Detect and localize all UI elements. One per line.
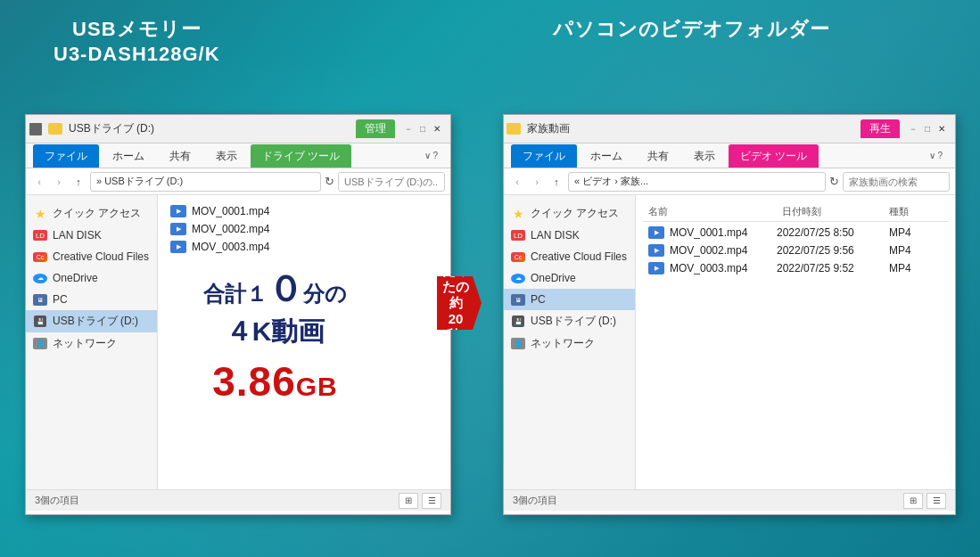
left-tab-view[interactable]: 表示 (204, 144, 249, 168)
left-explorer-window: USBドライブ (D:) 管理 － □ ✕ ファイル ホーム 共有 表示 ドライ… (25, 114, 451, 515)
left-window-title: USBドライブ (D:) (69, 121, 356, 136)
right-creative-cloud-icon: Cc (511, 250, 525, 264)
right-tab-view[interactable]: 表示 (682, 144, 727, 168)
left-explorer-body: ★ クイック アクセス LD LAN DISK Cc Creative Clou… (26, 195, 450, 489)
left-view-list[interactable]: ☰ (422, 493, 441, 509)
left-nav-quick-access[interactable]: ★ クイック アクセス (26, 202, 157, 225)
right-forward-btn[interactable]: › (529, 174, 545, 190)
right-onedrive-icon: ☁ (511, 271, 525, 285)
right-nav-creative-cloud-label: Creative Cloud Files (531, 250, 627, 263)
left-nav-creative-cloud[interactable]: Cc Creative Cloud Files (26, 246, 157, 267)
left-file-item-1[interactable]: ▶ MOV_0001.mp4 (165, 202, 443, 220)
right-view-icons: ⊞ ☰ (903, 493, 946, 509)
right-nav-quick-access[interactable]: ★ クイック アクセス (504, 202, 635, 225)
right-search-input[interactable] (843, 172, 950, 192)
right-nav-creative-cloud[interactable]: Cc Creative Cloud Files (504, 246, 635, 267)
left-file-item-2[interactable]: ▶ MOV_0002.mp4 (165, 220, 443, 238)
right-up-btn[interactable]: ↑ (548, 174, 564, 190)
left-title-bar: USBドライブ (D:) 管理 － □ ✕ (26, 115, 450, 143)
right-address-input[interactable] (568, 172, 826, 192)
left-nav-usb-label: USBドライブ (D:) (53, 314, 138, 329)
right-nav-pc[interactable]: 🖥 PC (504, 289, 635, 310)
right-ribbon-expand[interactable]: ∨ ? (924, 149, 948, 162)
col-header-name: 名前 (648, 205, 782, 218)
left-win-icon (29, 123, 42, 135)
right-tab-tool[interactable]: ビデオ ツール (729, 144, 819, 168)
right-tab-file[interactable]: ファイル (511, 144, 577, 168)
left-ribbon-expand[interactable]: ∨ ? (419, 149, 443, 162)
left-nav-landisk[interactable]: LD LAN DISK (26, 225, 157, 246)
left-badge: 管理 (356, 119, 395, 138)
left-nav-pc[interactable]: 🖥 PC (26, 289, 157, 310)
right-nav-usb-drive[interactable]: 💾 USBドライブ (D:) (504, 310, 635, 332)
left-file-item-3[interactable]: ▶ MOV_0003.mp4 (165, 238, 443, 256)
left-folder-icon (48, 123, 62, 135)
right-lan-disk-icon: LD (511, 228, 525, 242)
left-win-controls: － □ ✕ (402, 123, 443, 135)
right-star-icon: ★ (511, 207, 525, 221)
right-file-type-2: MP4 (889, 244, 943, 257)
left-view-large[interactable]: ⊞ (399, 493, 418, 509)
left-minimize-btn[interactable]: － (402, 123, 415, 135)
left-search-input[interactable] (338, 172, 445, 192)
right-nav-quick-access-label: クイック アクセス (531, 206, 619, 221)
left-tab-share[interactable]: 共有 (158, 144, 202, 168)
left-back-btn[interactable]: ‹ (31, 174, 47, 190)
left-address-input[interactable] (90, 172, 321, 192)
left-tab-tool[interactable]: ドライブ ツール (251, 144, 351, 168)
right-file-icon-3: ▶ (648, 262, 664, 274)
right-window-title: 家族動画 (527, 121, 861, 136)
right-file-type-1: MP4 (889, 226, 943, 239)
left-file-list: ▶ MOV_0001.mp4 ▶ MOV_0002.mp4 ▶ MOV_0003… (158, 195, 450, 489)
right-network-icon: 🌐 (511, 337, 525, 351)
right-folder-icon (506, 123, 521, 135)
usb-icon: 💾 (33, 315, 47, 329)
left-file-name-3: MOV_0003.mp4 (192, 241, 269, 253)
right-back-btn[interactable]: ‹ (509, 174, 525, 190)
left-title-line1: USBメモリー (54, 16, 220, 43)
left-close-btn[interactable]: ✕ (431, 123, 443, 135)
right-tab-share[interactable]: 共有 (636, 144, 680, 168)
left-nav-network[interactable]: 🌐 ネットワーク (26, 332, 157, 355)
col-header-date: 日付時刻 (782, 205, 889, 218)
right-explorer-body: ★ クイック アクセス LD LAN DISK Cc Creative Clou… (504, 195, 955, 489)
onedrive-icon: ☁ (33, 271, 47, 285)
left-nav-landisk-label: LAN DISK (53, 229, 102, 242)
right-refresh-btn[interactable]: ↻ (829, 175, 839, 188)
left-refresh-btn[interactable]: ↻ (325, 175, 334, 188)
left-maximize-btn[interactable]: □ (416, 123, 429, 135)
creative-cloud-icon: Cc (33, 250, 47, 264)
star-icon: ★ (33, 207, 47, 221)
right-file-row-2[interactable]: ▶ MOV_0002.mp4 2022/07/25 9:56 MP4 (643, 242, 948, 259)
left-tab-home[interactable]: ホーム (101, 144, 156, 168)
right-nav-landisk[interactable]: LD LAN DISK (504, 225, 635, 246)
left-nav-creative-cloud-label: Creative Cloud Files (53, 250, 149, 263)
left-tab-file[interactable]: ファイル (33, 144, 99, 168)
right-nav-onedrive-label: OneDrive (531, 272, 576, 284)
right-nav-onedrive[interactable]: ☁ OneDrive (504, 267, 635, 289)
right-minimize-btn[interactable]: － (907, 123, 919, 135)
right-view-list[interactable]: ☰ (926, 493, 946, 509)
left-nav-onedrive[interactable]: ☁ OneDrive (26, 267, 157, 289)
left-forward-btn[interactable]: › (51, 174, 67, 190)
right-file-row-1[interactable]: ▶ MOV_0001.mp4 2022/07/25 8:50 MP4 (643, 224, 948, 242)
right-pc-icon: 🖥 (511, 292, 525, 307)
right-maximize-btn[interactable]: □ (921, 123, 934, 135)
right-tab-home[interactable]: ホーム (579, 144, 634, 168)
right-nav-network[interactable]: 🌐 ネットワーク (504, 332, 635, 355)
right-title: パソコンのビデオフォルダー (553, 16, 830, 43)
right-view-large[interactable]: ⊞ (903, 493, 923, 509)
right-nav-network-label: ネットワーク (531, 336, 595, 351)
left-up-btn[interactable]: ↑ (70, 174, 86, 190)
right-file-icon-1: ▶ (648, 226, 664, 239)
right-file-list-header: 名前 日付時刻 種類 (643, 202, 948, 222)
right-file-row-3[interactable]: ▶ MOV_0003.mp4 2022/07/25 9:52 MP4 (643, 259, 948, 277)
right-file-name-2: MOV_0002.mp4 (670, 244, 771, 257)
right-ribbon-tabs: ファイル ホーム 共有 表示 ビデオ ツール ∨ ? (504, 143, 955, 168)
left-nav-usb-drive[interactable]: 💾 USBドライブ (D:) (26, 310, 157, 332)
col-header-type: 種類 (889, 205, 943, 218)
right-file-date-1: 2022/07/25 8:50 (777, 226, 884, 239)
lan-disk-icon: LD (33, 228, 47, 242)
right-close-btn[interactable]: ✕ (935, 123, 948, 135)
left-nav-quick-access-label: クイック アクセス (53, 206, 141, 221)
